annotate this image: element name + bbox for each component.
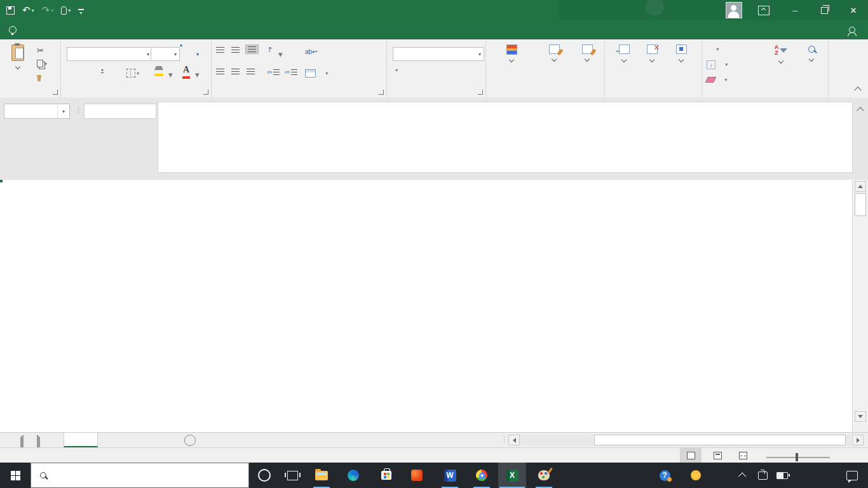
excel-taskbar-button[interactable]: X (498, 463, 526, 488)
customize-qat-button[interactable]: ▾ (78, 5, 82, 16)
clock[interactable] (794, 463, 839, 488)
shrink-font-button[interactable]: ▾ (195, 48, 199, 57)
start-button[interactable] (0, 463, 31, 488)
microsoft-store-icon (381, 471, 391, 480)
conditional-formatting-icon (506, 44, 517, 55)
delete-cells-button[interactable]: ✕ (639, 44, 665, 62)
sheet-tab-active[interactable] (64, 433, 98, 447)
align-top-button[interactable] (216, 47, 224, 53)
increase-indent-button[interactable]: ⇨ (285, 69, 297, 76)
redo-button[interactable]: ↷▾ (42, 4, 54, 16)
grow-font-button[interactable]: ▴ (179, 47, 182, 48)
cell-styles-button[interactable] (572, 44, 602, 61)
edge-icon (348, 470, 359, 481)
collapse-formula-bar-button[interactable] (857, 107, 864, 114)
tab-bar-splitter[interactable]: ⋮ (501, 435, 508, 444)
paint-button[interactable] (530, 463, 558, 488)
weather-temperature[interactable] (705, 463, 733, 488)
scroll-right-button[interactable] (852, 435, 864, 445)
minimize-button[interactable]: – (780, 0, 810, 20)
save-button[interactable] (6, 6, 15, 15)
delete-cells-icon: ✕ (647, 44, 658, 54)
restore-button[interactable] (810, 0, 839, 20)
scroll-down-button[interactable] (855, 411, 866, 422)
alignment-dialog-launcher[interactable] (379, 90, 384, 95)
find-select-button[interactable] (797, 44, 826, 61)
decrease-indent-button[interactable]: ⇦ (267, 69, 280, 76)
word-button[interactable]: W (436, 463, 464, 488)
formula-bar-resizer[interactable]: ⋮ (75, 105, 82, 114)
align-right-button[interactable] (247, 69, 255, 74)
help-tray-button[interactable]: ? (653, 463, 676, 488)
office-button[interactable] (403, 463, 431, 488)
align-bottom-button[interactable] (245, 44, 259, 54)
format-painter-button[interactable] (37, 75, 41, 81)
align-left-button[interactable] (216, 69, 224, 74)
normal-view-button[interactable] (680, 448, 702, 463)
touch-mouse-mode-button[interactable]: ▾ (61, 6, 71, 15)
horizontal-scrollbar[interactable] (520, 435, 851, 445)
rotation-lock-tray-icon[interactable] (754, 463, 771, 488)
align-center-button[interactable] (231, 69, 240, 74)
format-cells-button[interactable]: ↔ (667, 44, 696, 62)
formula-input[interactable] (158, 102, 853, 173)
insert-cells-button[interactable]: ⇐ (611, 44, 637, 62)
taskbar-search-input[interactable] (31, 463, 249, 488)
page-break-view-button[interactable] (732, 448, 754, 463)
battery-tray-icon[interactable] (773, 463, 792, 488)
share-button[interactable] (849, 20, 859, 39)
zoom-slider-track[interactable] (766, 457, 830, 458)
task-view-button[interactable] (278, 463, 306, 488)
chrome-button[interactable] (468, 463, 496, 488)
orientation-button[interactable]: ↗ (264, 44, 275, 55)
vertical-scrollbar[interactable] (852, 180, 868, 432)
font-name-combo[interactable]: ▾ (67, 47, 153, 61)
new-sheet-button[interactable] (184, 435, 196, 446)
underline-button[interactable]: ▾ (100, 67, 104, 73)
paste-button[interactable] (5, 44, 31, 69)
accounting-format-button[interactable]: ▾ (394, 67, 398, 73)
clipboard-dialog-launcher[interactable] (53, 90, 58, 95)
page-layout-view-button[interactable] (707, 448, 728, 463)
fill-color-button[interactable] (154, 66, 163, 76)
collapse-ribbon-button[interactable] (854, 86, 861, 93)
number-dialog-launcher[interactable] (478, 90, 483, 95)
close-button[interactable]: ✕ (839, 0, 868, 20)
vertical-scroll-thumb[interactable] (855, 193, 866, 216)
number-format-combo[interactable]: ▾ (393, 47, 484, 61)
cortana-button[interactable] (250, 463, 278, 488)
font-dialog-launcher[interactable] (203, 90, 208, 95)
clear-button[interactable]: ▾ (707, 75, 727, 85)
name-box[interactable]: ▾ (4, 104, 70, 119)
autosum-button[interactable]: ▾ (707, 44, 719, 54)
wrap-text-button[interactable]: ab↩ (305, 47, 322, 57)
scroll-up-button[interactable] (855, 181, 866, 192)
user-avatar[interactable] (726, 2, 742, 18)
undo-button[interactable]: ↶▾ (22, 4, 34, 16)
tell-me-box[interactable] (9, 20, 22, 39)
cortana-icon (258, 469, 271, 482)
cut-button[interactable]: ✂ (37, 46, 44, 55)
name-box-dropdown-arrow[interactable]: ▾ (57, 104, 69, 118)
edge-button[interactable] (339, 463, 367, 488)
fill-button[interactable]: ↓ ▾ (707, 60, 728, 69)
microsoft-store-button[interactable] (372, 463, 400, 488)
copy-button[interactable]: ▾ (37, 60, 47, 67)
action-center-button[interactable] (841, 463, 863, 488)
borders-button[interactable]: ▾ (126, 69, 139, 78)
font-color-button[interactable]: A (182, 65, 190, 79)
borders-icon (126, 69, 135, 78)
weather-icon-button[interactable] (686, 463, 705, 488)
zoom-slider-thumb[interactable] (796, 453, 798, 461)
sort-filter-button[interactable]: AZ (766, 44, 796, 63)
ribbon-display-options-button[interactable] (751, 0, 780, 20)
horizontal-scroll-thumb[interactable] (594, 435, 846, 445)
file-explorer-button[interactable] (308, 463, 336, 488)
font-size-combo[interactable]: ▾ (151, 47, 180, 61)
conditional-formatting-button[interactable] (489, 44, 534, 62)
scroll-left-button[interactable] (508, 435, 520, 445)
show-hidden-icons-button[interactable] (735, 463, 751, 488)
align-middle-button[interactable] (231, 47, 240, 53)
format-as-table-button[interactable] (536, 44, 572, 61)
merge-center-button[interactable]: ▾ (305, 69, 328, 78)
